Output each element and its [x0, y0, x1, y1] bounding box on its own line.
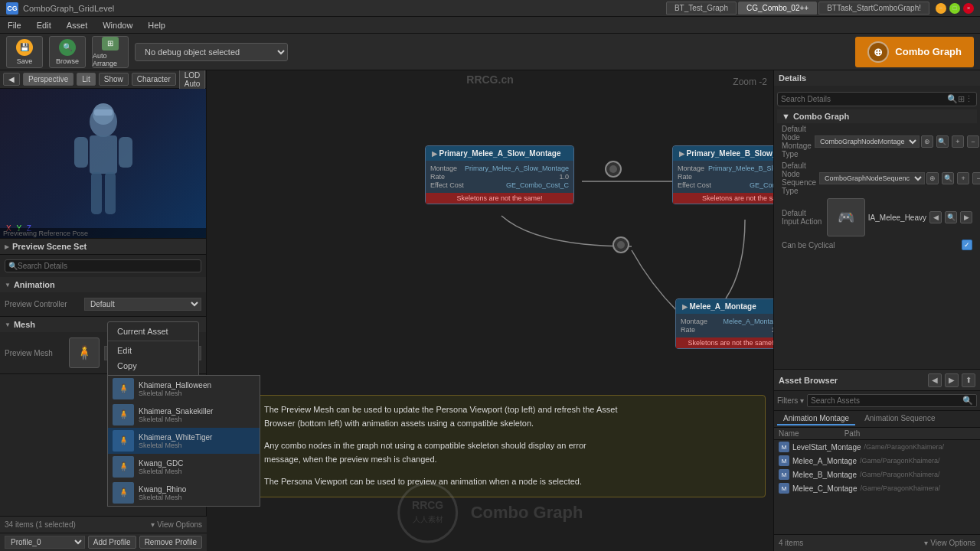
node-graph-area[interactable]: ▶ Primary_Melee_A_Slow_Montage Montage P… [207, 70, 773, 551]
filter-tab-montage[interactable]: Animation Montage [777, 412, 855, 425]
node-montage-search-icon[interactable]: 🔍 [936, 135, 949, 148]
auto-arrange-button[interactable]: ⊞ Auto Arrange [92, 36, 129, 68]
add-profile-button[interactable]: Add Profile [88, 536, 136, 549]
input-action-preview: 🎮 [827, 198, 865, 236]
vp-perspective-button[interactable]: Perspective [23, 73, 74, 86]
node-seq-search-icon[interactable]: 🔍 [942, 172, 954, 184]
input-action-nav-next[interactable]: ▶ [960, 211, 972, 223]
debug-object-select[interactable]: No debug object selected [135, 43, 288, 61]
node-title-primary-melee-a: Primary_Melee_A_Slow_Montage [439, 149, 561, 158]
asset-browser-search-input[interactable] [811, 396, 962, 405]
menu-window[interactable]: Window [100, 19, 136, 31]
asset-type-kwang-rhino: Skeletal Mesh [139, 494, 186, 501]
dropdown-current-asset[interactable]: Current Asset [108, 324, 198, 339]
node-montage-browse-icon[interactable]: ⊕ [921, 135, 933, 148]
left-panel-footer: 34 items (1 selected) ▾ View Options [0, 516, 207, 533]
details-grid-icon[interactable]: ⊞ [958, 94, 965, 104]
vp-character-button[interactable]: Character [132, 73, 176, 86]
node-seq-browse-icon[interactable]: ⊕ [926, 172, 939, 184]
asset-item-snakekiller[interactable]: 🧍 Khaimera_Snakekiller Skeletal Mesh [108, 402, 260, 428]
tab-cg-combo[interactable]: CG_Combo_02++ [738, 2, 817, 15]
node-label-rate-1: Rate [430, 173, 445, 181]
main-area: ◀ Perspective Lit Show Character LOD Aut… [0, 70, 980, 551]
remove-profile-button[interactable]: Remove Profile [139, 536, 202, 549]
vp-lit-button[interactable]: Lit [77, 73, 96, 86]
animation-header[interactable]: ▼ Animation [0, 277, 206, 292]
tab-bttask[interactable]: BTTask_StartComboGraph! [818, 2, 929, 15]
vp-back-button[interactable]: ◀ [3, 73, 20, 86]
combo-graph-details-header[interactable]: ▼ Combo Graph [777, 109, 977, 123]
asset-item-kwang-rhino[interactable]: 🧍 Kwang_Rhino Skeletal Mesh [108, 480, 260, 506]
node-seq-minus-icon[interactable]: − [972, 172, 980, 184]
input-action-nav-prev[interactable]: ◀ [929, 211, 942, 223]
menu-help[interactable]: Help [145, 19, 168, 31]
node-sequence-type-select[interactable]: ComboGraphNodeSequenc [819, 172, 925, 184]
browse-button[interactable]: 🔍 Browse [49, 36, 86, 68]
asset-row-levelstart[interactable]: M LevelStart_Montage /Game/ParagonKhaime… [774, 440, 980, 454]
asset-row-melee-a[interactable]: M Melee_A_Montage /Game/ParagonKhaimera/ [774, 454, 980, 468]
asset-row-melee-c[interactable]: M Melee_C_Montage /Game/ParagonKhaimera/ [774, 481, 980, 495]
asset-name-snakekiller: Khaimera_Snakekiller [139, 407, 213, 416]
graph-node-melee-a-montage[interactable]: ▶ Melee_A_Montage Montage Melee_A_Montag… [675, 298, 773, 349]
info-line5: message, when the preview mesh is change… [264, 453, 754, 467]
input-action-search[interactable]: 🔍 [945, 211, 957, 223]
node-value-rate-5: 1.0 [771, 326, 773, 334]
asset-icon-melee-c: M [779, 483, 789, 494]
profile-select[interactable]: Profile_0 [5, 536, 85, 549]
menubar: File Edit Asset Window Help [0, 17, 980, 34]
dropdown-copy[interactable]: Copy [108, 358, 198, 373]
menu-asset[interactable]: Asset [64, 19, 91, 31]
details-options-icon[interactable]: ⋮ [965, 94, 973, 104]
ab-nav-up[interactable]: ⬆ [962, 373, 975, 387]
vp-lod-button[interactable]: LOD Auto [179, 70, 206, 90]
minimize-button[interactable]: − [936, 3, 946, 14]
node-montage-minus-icon[interactable]: − [967, 135, 979, 148]
graph-node-primary-melee-b[interactable]: ▶ Primary_Melee_B_Slow_Montage Montage P… [672, 145, 773, 204]
details-header[interactable]: Details [774, 70, 980, 86]
svg-rect-7 [94, 109, 113, 116]
default-input-action-row: Default Input Action 🎮 IA_Melee_Heavy ◀ … [777, 197, 977, 238]
ab-nav-back[interactable]: ◀ [928, 373, 942, 387]
maximize-button[interactable]: □ [949, 3, 960, 14]
asset-name-melee-b-row: Melee_B_Montage [792, 471, 857, 479]
preview-controller-select[interactable]: Default [84, 298, 201, 311]
view-options-button[interactable]: ▾ View Options [151, 520, 202, 529]
col-name: Name [779, 429, 844, 438]
asset-info-halloween: Khaimera_Halloween Skeletal Mesh [139, 381, 211, 397]
can-be-cyclical-row: Can be Cyclical ✓ [777, 238, 977, 252]
close-button[interactable]: × [963, 3, 974, 14]
preview-scene-header[interactable]: ▶ Preview Scene Set [0, 239, 206, 254]
asset-item-kwang-gdc[interactable]: 🧍 Kwang_GDC Skeletal Mesh [108, 454, 260, 480]
node-montage-plus-icon[interactable]: + [952, 135, 964, 148]
save-button[interactable]: 💾 Save [6, 36, 43, 68]
asset-item-halloween[interactable]: 🧍 Khaimera_Halloween Skeletal Mesh [108, 376, 260, 402]
asset-item-whitetiger[interactable]: 🧍 Khaimera_WhiteTiger Skeletal Mesh [108, 428, 260, 454]
asset-path-melee-a: /Game/ParagonKhaimera/ [860, 457, 975, 465]
filter-tab-sequence[interactable]: Animation Sequence [858, 412, 941, 425]
filter-label[interactable]: Filters ▾ [777, 396, 804, 405]
connector-2[interactable] [605, 161, 622, 178]
center-watermark-text: Combo Graph [471, 503, 583, 523]
can-be-cyclical-checkbox[interactable]: ✓ [962, 240, 972, 250]
browse-icon: 🔍 [59, 39, 76, 56]
dropdown-edit[interactable]: Edit [108, 343, 198, 358]
details-search-input[interactable] [781, 95, 947, 103]
menu-edit[interactable]: Edit [34, 19, 54, 31]
input-action-icon: 🎮 [838, 209, 854, 226]
vp-show-button[interactable]: Show [99, 73, 129, 86]
node-montage-type-select[interactable]: ComboGraphNodeMontage [815, 135, 920, 148]
node-value-rate-1: 1.0 [559, 173, 569, 181]
asset-row-melee-b[interactable]: M Melee_B_Montage /Game/ParagonKhaimera/ [774, 468, 980, 481]
ab-nav-forward[interactable]: ▶ [945, 373, 959, 387]
tab-bt-test[interactable]: BT_Test_Graph [666, 2, 737, 15]
combo-graph-button[interactable]: ⊕ Combo Graph [855, 37, 974, 67]
asset-name-melee-c-row: Melee_C_Montage [792, 484, 858, 493]
default-input-action-label: Default Input Action [782, 209, 824, 226]
node-label-rate-2: Rate [678, 173, 692, 181]
node-seq-plus-icon[interactable]: + [957, 172, 969, 184]
menu-file[interactable]: File [5, 19, 24, 31]
left-search-input[interactable] [18, 262, 198, 270]
graph-node-primary-melee-a[interactable]: ▶ Primary_Melee_A_Slow_Montage Montage P… [425, 145, 574, 204]
connector-1[interactable] [612, 236, 629, 253]
ab-view-options-button[interactable]: ▾ View Options [924, 539, 975, 547]
